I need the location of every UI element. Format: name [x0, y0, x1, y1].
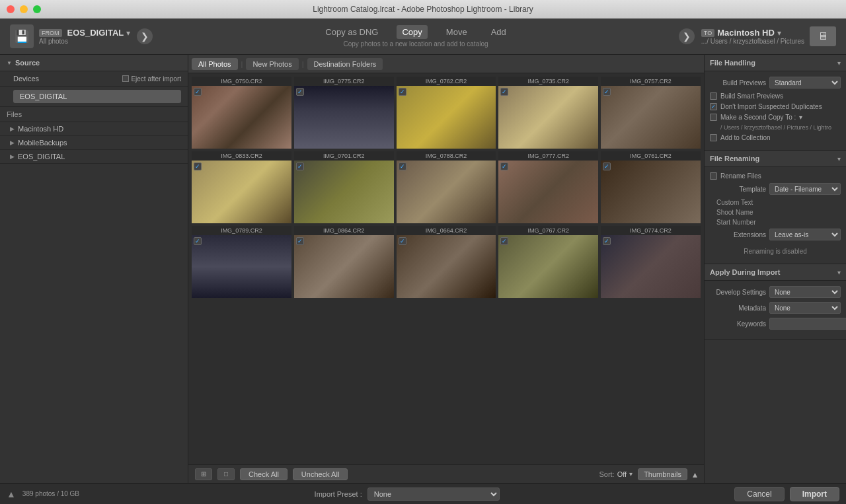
- photo-cell[interactable]: IMG_0767.CR2✓: [498, 226, 598, 298]
- nav-arrow-left[interactable]: ❯: [137, 28, 153, 44]
- file-handling-body: Build Previews Standard Build Smart Prev…: [705, 71, 846, 151]
- build-smart-previews-row: Build Smart Previews: [710, 92, 841, 100]
- import-button[interactable]: Import: [790, 487, 839, 501]
- photo-cell[interactable]: IMG_0774.CR2✓: [601, 226, 701, 298]
- photo-checkbox[interactable]: ✓: [399, 162, 406, 170]
- photo-image: [397, 161, 496, 223]
- source-label: Source: [15, 59, 40, 67]
- photo-checkbox[interactable]: ✓: [194, 162, 202, 170]
- extensions-select[interactable]: Leave as-is: [769, 229, 841, 240]
- thumbnails-expand[interactable]: ▴: [693, 469, 697, 480]
- file-item-macintosh[interactable]: ▶ Macintosh HD: [0, 122, 188, 136]
- photo-checkbox[interactable]: ✓: [500, 237, 508, 245]
- photo-cell[interactable]: IMG_0761.CR2✓: [601, 151, 701, 223]
- photo-checkbox[interactable]: ✓: [296, 162, 304, 170]
- eos-digital-button[interactable]: EOS_DIGITAL: [13, 90, 181, 103]
- cancel-button[interactable]: Cancel: [734, 487, 784, 501]
- apply-during-import-header[interactable]: Apply During Import ▾: [705, 264, 846, 281]
- template-row: Template Date - Filename: [710, 183, 841, 195]
- photo-checkbox[interactable]: ✓: [194, 88, 202, 96]
- photo-cell[interactable]: IMG_0750.CR2✓: [192, 77, 291, 149]
- keywords-input[interactable]: [769, 318, 846, 330]
- close-button[interactable]: [7, 5, 15, 13]
- tab-destination-folders[interactable]: Destination Folders: [307, 58, 383, 70]
- start-number-row: Start Number: [710, 219, 841, 226]
- photo-thumbnail-container: ✓: [294, 161, 394, 223]
- source-header[interactable]: ▼ Source: [0, 55, 188, 71]
- build-smart-label: Build Smart Previews: [720, 92, 783, 100]
- file-item-eosdigital[interactable]: ▶ EOS_DIGITAL: [0, 150, 188, 164]
- photo-cell[interactable]: IMG_0664.CR2✓: [397, 226, 496, 298]
- uncheck-all-button[interactable]: Uncheck All: [293, 468, 348, 480]
- eject-checkbox[interactable]: [122, 75, 129, 82]
- build-previews-select[interactable]: Standard: [769, 77, 841, 89]
- photo-cell[interactable]: IMG_0864.CR2✓: [294, 226, 394, 298]
- mode-move[interactable]: Move: [441, 25, 473, 39]
- sort-arrow: ▾: [629, 470, 633, 478]
- photo-filename: IMG_0762.CR2: [397, 77, 496, 86]
- photo-checkbox[interactable]: ✓: [603, 237, 611, 245]
- dont-import-checkbox[interactable]: ✓: [710, 103, 717, 110]
- mode-copy-as-dng[interactable]: Copy as DNG: [320, 25, 383, 39]
- build-previews-row: Build Previews Standard: [710, 77, 841, 89]
- photo-checkbox[interactable]: ✓: [500, 88, 508, 96]
- mode-copy[interactable]: Copy: [397, 25, 427, 39]
- develop-select[interactable]: None: [769, 286, 841, 298]
- photo-filename: IMG_0788.CR2: [397, 151, 496, 161]
- nav-arrow-right[interactable]: ❯: [679, 28, 695, 44]
- add-collection-checkbox[interactable]: [710, 134, 717, 141]
- right-sidebar: File Handling ▾ Build Previews Standard …: [704, 55, 846, 483]
- second-copy-checkbox[interactable]: [710, 114, 717, 121]
- photo-image: [601, 86, 701, 149]
- photo-checkbox[interactable]: ✓: [603, 162, 611, 170]
- photo-cell[interactable]: IMG_0701.CR2✓: [294, 151, 394, 223]
- file-renaming-title: File Renaming: [710, 155, 759, 162]
- photo-cell[interactable]: IMG_0788.CR2✓: [397, 151, 496, 223]
- second-copy-path: / Users / krzysztofbasel / Pictures / Li…: [710, 124, 841, 131]
- footer-expand-button[interactable]: ▲: [7, 489, 16, 499]
- photo-checkbox[interactable]: ✓: [194, 237, 202, 245]
- photo-image: [192, 86, 291, 149]
- tab-new-photos[interactable]: New Photos: [246, 58, 298, 70]
- photo-cell[interactable]: IMG_0757.CR2✓: [601, 77, 701, 149]
- import-preset-select[interactable]: None: [367, 487, 500, 501]
- file-handling-header[interactable]: File Handling ▾: [705, 55, 846, 71]
- build-smart-checkbox[interactable]: [710, 92, 717, 100]
- check-all-button[interactable]: Check All: [240, 468, 288, 480]
- photo-cell[interactable]: IMG_0762.CR2✓: [397, 77, 496, 149]
- photo-thumbnail-container: ✓: [397, 161, 496, 223]
- photo-cell[interactable]: IMG_0775.CR2✓: [294, 77, 394, 149]
- photo-checkbox[interactable]: ✓: [296, 237, 304, 245]
- template-select[interactable]: Date - Filename: [769, 183, 841, 195]
- sep1: |: [239, 60, 245, 68]
- maximize-button[interactable]: [33, 5, 41, 13]
- file-item-mobilebackups[interactable]: ▶ MobileBackups: [0, 136, 188, 150]
- dest-drive-icon: 🖥: [810, 26, 836, 46]
- develop-label: Develop Settings: [710, 289, 766, 296]
- photo-thumbnail-container: ✓: [397, 86, 496, 149]
- photo-cell[interactable]: IMG_0789.CR2✓: [192, 226, 291, 298]
- shoot-name-label: Shoot Name: [716, 209, 769, 216]
- photo-cell[interactable]: IMG_0777.CR2✓: [498, 151, 598, 223]
- metadata-select[interactable]: None: [769, 302, 841, 314]
- photo-checkbox[interactable]: ✓: [399, 237, 406, 245]
- loupe-view-button[interactable]: □: [217, 468, 235, 480]
- rename-files-checkbox[interactable]: [710, 172, 717, 180]
- mode-add[interactable]: Add: [486, 25, 512, 39]
- photo-checkbox[interactable]: ✓: [500, 162, 508, 170]
- tab-all-photos[interactable]: All Photos: [192, 58, 238, 70]
- photo-checkbox[interactable]: ✓: [296, 88, 304, 96]
- photo-cell[interactable]: IMG_0735.CR2✓: [498, 77, 598, 149]
- minimize-button[interactable]: [20, 5, 28, 13]
- photo-checkbox[interactable]: ✓: [399, 88, 406, 96]
- photo-checkbox[interactable]: ✓: [603, 88, 611, 96]
- grid-view-button[interactable]: ⊞: [195, 468, 212, 480]
- photo-filename: IMG_0757.CR2: [601, 77, 701, 86]
- photo-filename: IMG_0789.CR2: [192, 226, 291, 235]
- photo-image: [192, 161, 291, 223]
- titlebar: Lightroom Catalog.lrcat - Adobe Photosho…: [0, 0, 846, 18]
- thumbnails-button[interactable]: Thumbnails: [638, 468, 687, 480]
- shoot-name-row: Shoot Name: [710, 209, 841, 216]
- file-renaming-header[interactable]: File Renaming ▾: [705, 151, 846, 167]
- photo-cell[interactable]: IMG_0833.CR2✓: [192, 151, 291, 223]
